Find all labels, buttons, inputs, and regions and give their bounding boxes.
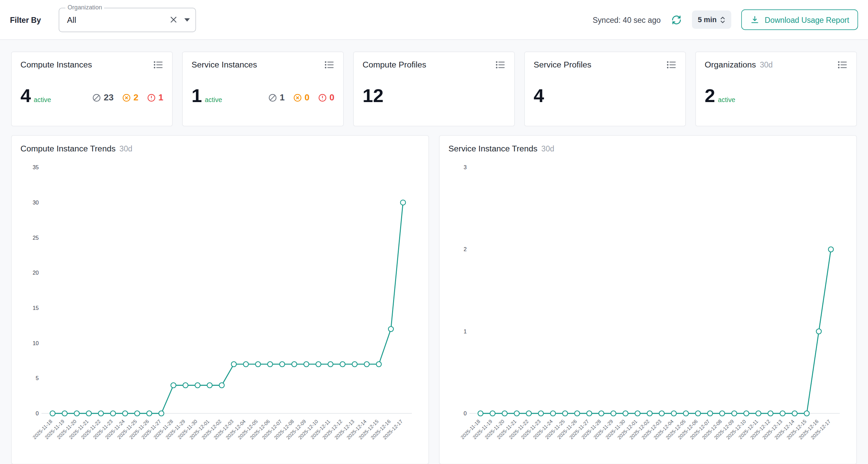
status-error-icon [147, 93, 156, 102]
download-icon [750, 15, 760, 25]
list-icon[interactable] [495, 60, 505, 69]
status-inactive-icon [268, 93, 277, 102]
status-counts: 1 0 0 [268, 93, 334, 105]
status-warning-icon [122, 93, 131, 102]
card-title: Compute Instances [21, 60, 92, 69]
interval-select[interactable]: 5 min [691, 10, 732, 29]
stat-card-compute-instances: Compute Instances 4active [11, 51, 173, 126]
filter-by-label: Filter By [10, 15, 41, 24]
status-inactive-icon [92, 93, 102, 102]
svg-text:15: 15 [33, 305, 38, 311]
svg-text:35: 35 [33, 164, 38, 170]
total-count: 4 [534, 86, 544, 105]
download-report-button[interactable]: Download Usage Report [742, 9, 858, 30]
svg-text:2: 2 [464, 246, 467, 253]
svg-text:30: 30 [33, 199, 38, 205]
charts-row: Compute Instance Trends30d 0510152025303… [11, 135, 857, 464]
dashboard-content: Compute Instances 4active [0, 40, 868, 464]
stat-card-compute-profiles: Compute Profiles 12 [353, 51, 515, 126]
svg-text:0: 0 [464, 410, 467, 416]
chart-title: Service Instance Trends30d [448, 143, 847, 153]
card-title: Compute Profiles [363, 60, 426, 69]
active-label: active [205, 96, 222, 104]
svg-text:3: 3 [464, 164, 467, 170]
service-instance-trends-chart: 01232025-11-182025-11-192025-11-202025-1… [448, 157, 847, 461]
active-count: 1active [191, 86, 222, 105]
status-error: 0 [318, 93, 334, 103]
top-bar: Filter By Organization All Synced: 40 se… [0, 0, 868, 40]
compute-instance-trends-card: Compute Instance Trends30d 0510152025303… [11, 135, 429, 464]
svg-text:1: 1 [464, 328, 467, 335]
card-title: Organizations [705, 60, 756, 69]
card-title: Service Instances [191, 60, 257, 69]
service-instance-trends-card: Service Instance Trends30d 01232025-11-1… [439, 135, 857, 464]
status-error: 1 [147, 93, 163, 103]
chevron-down-icon[interactable] [184, 18, 190, 22]
sort-chevrons-icon [720, 16, 725, 24]
svg-text:20: 20 [33, 270, 38, 276]
status-inactive: 1 [268, 93, 284, 103]
status-warning-icon [293, 93, 302, 102]
total-count: 12 [363, 86, 383, 105]
refresh-icon[interactable] [671, 14, 682, 25]
list-icon[interactable] [324, 60, 334, 69]
compute-instance-trends-chart: 051015202530352025-11-182025-11-192025-1… [21, 157, 420, 461]
svg-text:25: 25 [33, 235, 38, 241]
card-period: 30d [760, 60, 773, 69]
status-error-icon [318, 93, 327, 102]
active-label: active [34, 96, 51, 104]
download-report-label: Download Usage Report [765, 15, 849, 24]
status-counts: 23 2 1 [92, 93, 163, 105]
status-warning: 2 [122, 93, 138, 103]
clear-filter-icon[interactable] [169, 16, 178, 24]
organization-select[interactable]: Organization All [59, 7, 196, 32]
chart-title: Compute Instance Trends30d [21, 143, 420, 153]
stat-card-service-instances: Service Instances 1active [182, 51, 344, 126]
svg-text:0: 0 [36, 410, 38, 416]
dashboard-page: Filter By Organization All Synced: 40 se… [0, 0, 868, 464]
stat-card-service-profiles: Service Profiles 4 [524, 51, 686, 126]
synced-status: Synced: 40 sec ago [593, 15, 661, 24]
stat-cards-row: Compute Instances 4active [11, 51, 857, 126]
list-icon[interactable] [666, 60, 677, 69]
list-icon[interactable] [837, 60, 847, 69]
svg-text:5: 5 [36, 375, 38, 381]
organization-select-label: Organization [65, 4, 104, 10]
chart-period: 30d [119, 144, 132, 153]
active-count: 2active [705, 86, 735, 105]
active-label: active [718, 96, 736, 104]
organization-select-value: All [67, 15, 169, 25]
status-warning: 0 [293, 93, 309, 103]
card-title: Service Profiles [534, 60, 591, 69]
interval-select-value: 5 min [698, 16, 716, 24]
stat-card-organizations: Organizations 30d 2active [695, 51, 857, 126]
active-count: 4active [21, 86, 51, 105]
status-inactive: 23 [92, 93, 114, 103]
chart-period: 30d [541, 144, 554, 153]
svg-text:10: 10 [33, 340, 38, 346]
list-icon[interactable] [153, 60, 163, 69]
